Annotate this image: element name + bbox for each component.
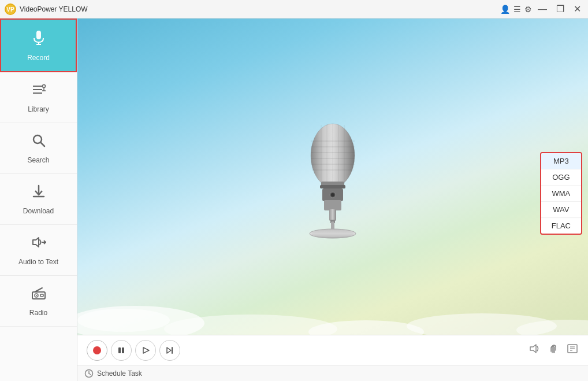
svg-marker-54 xyxy=(167,347,171,353)
restore-button[interactable]: ❐ xyxy=(554,2,567,16)
sidebar-item-search[interactable]: Search xyxy=(0,123,77,174)
profile-icon[interactable]: 👤 xyxy=(500,5,510,14)
sidebar-search-label: Search xyxy=(27,156,49,164)
close-button[interactable]: ✕ xyxy=(571,2,583,16)
svg-rect-52 xyxy=(122,347,124,353)
main-content: MP3 OGG WMA WAV FLAC xyxy=(77,19,588,381)
format-option-wav[interactable]: WAV xyxy=(541,202,581,218)
record-icon xyxy=(30,29,47,50)
format-option-mp3[interactable]: MP3 xyxy=(541,153,581,169)
sidebar: Record Library xyxy=(0,19,77,381)
library-icon xyxy=(31,82,47,102)
svg-marker-15 xyxy=(33,238,39,247)
svg-point-45 xyxy=(331,193,334,197)
minimize-button[interactable]: — xyxy=(535,3,549,16)
skip-button[interactable] xyxy=(159,340,180,361)
svg-line-18 xyxy=(35,288,42,292)
format-option-flac[interactable]: FLAC xyxy=(541,218,581,234)
svg-marker-53 xyxy=(143,347,149,353)
format-option-ogg[interactable]: OGG xyxy=(541,169,581,186)
schedule-bar[interactable]: Schedule Task xyxy=(77,365,588,381)
clouds xyxy=(77,277,588,335)
radio-icon xyxy=(31,285,47,305)
format-option-wma[interactable]: WMA xyxy=(541,186,581,202)
svg-point-50 xyxy=(312,230,353,237)
titlebar: VP VideoPower YELLOW 👤 ☰ ⚙ — ❐ ✕ xyxy=(0,0,588,19)
svg-rect-2 xyxy=(36,31,41,39)
sidebar-item-radio[interactable]: Radio xyxy=(0,276,77,327)
details-icon[interactable] xyxy=(566,342,579,358)
transport-bar xyxy=(77,335,588,365)
sidebar-library-label: Library xyxy=(28,105,49,113)
svg-line-63 xyxy=(89,373,91,375)
svg-rect-47 xyxy=(329,209,336,221)
app-body: Record Library xyxy=(0,19,588,381)
transport-right-controls xyxy=(529,342,579,358)
record-dot-icon xyxy=(93,346,101,354)
volume-icon[interactable] xyxy=(529,342,542,358)
skip-icon xyxy=(166,346,174,354)
app-title: VideoPower YELLOW xyxy=(20,5,500,13)
svg-point-8 xyxy=(42,85,45,88)
menu-icon[interactable]: ☰ xyxy=(513,5,521,14)
sidebar-download-label: Download xyxy=(23,207,54,215)
content-background: MP3 OGG WMA WAV FLAC xyxy=(77,19,588,335)
window-controls: — ❐ ✕ xyxy=(535,2,583,16)
svg-text:VP: VP xyxy=(6,6,14,13)
svg-line-12 xyxy=(40,142,44,146)
sidebar-radio-label: Radio xyxy=(29,309,47,317)
svg-rect-20 xyxy=(40,294,43,297)
search-icon xyxy=(31,132,47,153)
pause-button[interactable] xyxy=(111,340,132,361)
audio-to-text-icon xyxy=(31,234,47,254)
record-mode-icon[interactable] xyxy=(548,342,560,358)
sidebar-item-record[interactable]: Record xyxy=(0,19,77,72)
play-button[interactable] xyxy=(135,340,156,361)
sidebar-record-label: Record xyxy=(27,54,50,62)
sidebar-item-download[interactable]: Download xyxy=(0,174,77,225)
record-button[interactable] xyxy=(87,340,107,361)
download-icon xyxy=(31,183,47,204)
pause-icon xyxy=(117,346,125,354)
play-icon xyxy=(142,346,150,354)
svg-point-23 xyxy=(77,309,170,332)
sidebar-item-audio-to-text[interactable]: Audio to Text xyxy=(0,225,77,276)
svg-rect-51 xyxy=(118,347,121,353)
format-dropdown[interactable]: MP3 OGG WMA WAV FLAC xyxy=(540,152,582,235)
schedule-label: Schedule Task xyxy=(97,369,142,378)
schedule-icon xyxy=(84,369,94,378)
svg-rect-42 xyxy=(320,185,345,188)
svg-marker-56 xyxy=(530,345,536,353)
sidebar-audio-to-text-label: Audio to Text xyxy=(18,258,58,266)
settings-icon[interactable]: ⚙ xyxy=(524,5,532,14)
app-logo: VP xyxy=(5,3,16,15)
svg-rect-46 xyxy=(324,200,341,210)
sidebar-item-library[interactable]: Library xyxy=(0,72,77,123)
svg-point-21 xyxy=(36,295,37,296)
microphone-image xyxy=(286,112,379,242)
